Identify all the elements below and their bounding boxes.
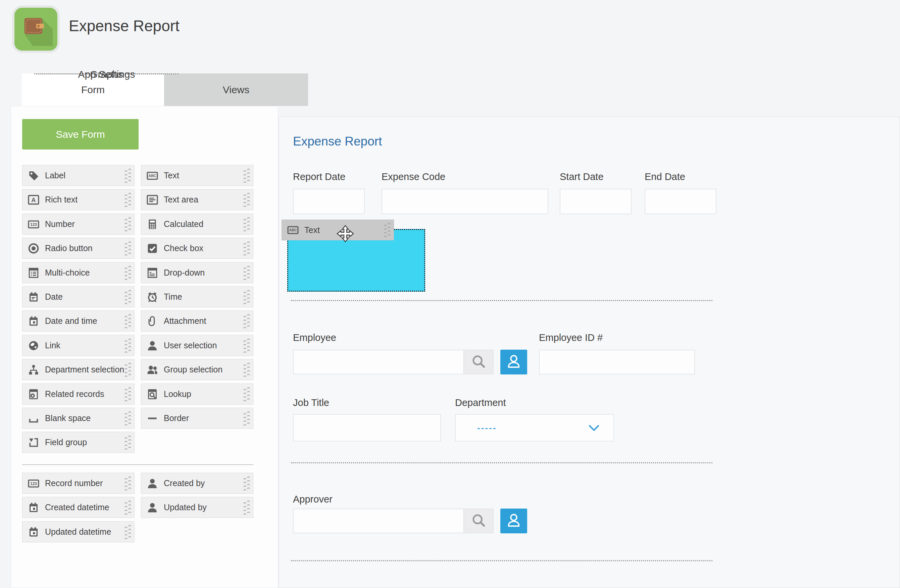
border-icon bbox=[146, 412, 159, 425]
palette-item-lookup[interactable]: Lookup bbox=[141, 384, 253, 405]
svg-text:123: 123 bbox=[30, 222, 37, 227]
palette-item-date-and-time[interactable]: Date and time bbox=[22, 310, 135, 331]
palette-item-field-group[interactable]: Field group bbox=[22, 432, 135, 453]
drag-handle[interactable] bbox=[124, 240, 132, 257]
palette-item-created-datetime[interactable]: Created datetime bbox=[22, 497, 135, 518]
drag-handle[interactable] bbox=[243, 499, 250, 516]
drag-handle[interactable] bbox=[243, 289, 250, 305]
palette-item-updated-datetime[interactable]: Updated datetime bbox=[22, 521, 135, 542]
palette-item-number[interactable]: 123Number bbox=[22, 214, 135, 235]
drag-handle[interactable] bbox=[243, 361, 250, 378]
row-separator bbox=[291, 560, 712, 561]
drag-handle[interactable] bbox=[124, 289, 132, 305]
drag-handle[interactable] bbox=[243, 410, 250, 427]
palette-item-rich-text[interactable]: ARich text bbox=[22, 189, 135, 210]
tab-views[interactable]: Views bbox=[164, 73, 308, 106]
palette-item-blank-space[interactable]: Blank space bbox=[22, 408, 135, 429]
tab-app-settings[interactable]: App Settings bbox=[34, 73, 178, 74]
drag-handle[interactable] bbox=[243, 475, 250, 492]
department-dropdown[interactable]: ----- bbox=[455, 414, 614, 441]
palette-item-drop-down[interactable]: Drop-down bbox=[141, 262, 253, 283]
drag-handle[interactable] bbox=[243, 192, 250, 208]
drag-handle[interactable] bbox=[124, 386, 132, 402]
page-title: Expense Report bbox=[69, 17, 180, 35]
palette-item-calculated[interactable]: Calculated bbox=[141, 214, 253, 235]
drag-handle[interactable] bbox=[124, 361, 132, 378]
drag-handle[interactable] bbox=[243, 240, 250, 257]
svg-text:ABC: ABC bbox=[149, 174, 157, 178]
drag-handle[interactable] bbox=[243, 167, 250, 184]
palette-item-user-selection[interactable]: User selection bbox=[141, 335, 253, 356]
row-separator bbox=[291, 300, 712, 301]
job-title-input[interactable] bbox=[293, 414, 441, 441]
drag-handle[interactable] bbox=[384, 221, 391, 238]
drag-handle[interactable] bbox=[124, 434, 132, 451]
tag-icon bbox=[27, 169, 40, 182]
dragged-chip-label: Text bbox=[304, 225, 320, 235]
palette-item-updated-by[interactable]: Updated by bbox=[141, 497, 253, 518]
link-icon bbox=[27, 339, 40, 352]
job-title-label: Job Title bbox=[293, 397, 329, 409]
drag-handle[interactable] bbox=[124, 265, 132, 281]
updateddatetime-icon bbox=[27, 526, 40, 538]
palette-item-related-records[interactable]: Related records bbox=[22, 384, 135, 405]
drag-handle[interactable] bbox=[243, 313, 250, 330]
report-date-input[interactable] bbox=[293, 189, 365, 214]
approver-user-select-button[interactable] bbox=[500, 509, 527, 533]
row-separator bbox=[291, 462, 712, 463]
drag-handle[interactable] bbox=[124, 192, 132, 208]
fieldgroup-icon bbox=[27, 436, 40, 449]
palette-item-created-by[interactable]: Created by bbox=[141, 473, 253, 494]
approver-search-button[interactable] bbox=[463, 509, 493, 533]
form-canvas: Expense Report Report Date Expense Code … bbox=[279, 117, 900, 588]
checkbox-icon bbox=[146, 242, 159, 255]
palette-item-record-number[interactable]: 123Record number bbox=[22, 473, 135, 494]
drag-handle[interactable] bbox=[124, 313, 132, 330]
employee-id-input[interactable] bbox=[539, 350, 695, 374]
related-records-icon bbox=[27, 388, 40, 401]
drag-handle[interactable] bbox=[124, 410, 132, 427]
drag-handle[interactable] bbox=[243, 265, 250, 281]
palette-item-group-selection[interactable]: Group selection bbox=[141, 359, 253, 380]
drag-handle[interactable] bbox=[124, 216, 132, 233]
drag-handle[interactable] bbox=[124, 524, 132, 540]
employee-input[interactable] bbox=[293, 350, 463, 374]
palette-item-label[interactable]: Label bbox=[22, 165, 135, 186]
person-icon bbox=[506, 512, 521, 529]
drag-handle[interactable] bbox=[124, 337, 132, 354]
attachment-icon bbox=[146, 315, 159, 328]
employee-search-button[interactable] bbox=[463, 350, 493, 374]
start-date-input[interactable] bbox=[560, 189, 632, 214]
employee-id-label: Employee ID # bbox=[539, 332, 603, 343]
palette-item-border[interactable]: Border bbox=[141, 408, 253, 429]
palette-item-multi-choice[interactable]: Multi-choice bbox=[22, 262, 135, 283]
drag-handle[interactable] bbox=[243, 337, 250, 354]
palette-item-radio-button[interactable]: Radio button bbox=[22, 238, 135, 259]
palette-item-text[interactable]: ABCText bbox=[141, 165, 253, 186]
palette-item-check-box[interactable]: Check box bbox=[141, 238, 253, 259]
palette-item-time[interactable]: Time bbox=[141, 286, 253, 307]
text-icon: ABC bbox=[146, 169, 159, 182]
expense-code-input[interactable] bbox=[382, 189, 548, 214]
employee-label: Employee bbox=[293, 332, 336, 343]
palette-item-department-selection[interactable]: Department selection bbox=[22, 359, 135, 380]
employee-user-select-button[interactable] bbox=[500, 350, 527, 374]
palette-item-text-area[interactable]: Text area bbox=[141, 189, 253, 210]
palette-item-date[interactable]: Date bbox=[22, 286, 135, 307]
palette-item-attachment[interactable]: Attachment bbox=[141, 310, 253, 331]
department-icon bbox=[27, 364, 40, 376]
drag-handle[interactable] bbox=[124, 167, 132, 184]
multichoice-icon bbox=[27, 266, 40, 279]
end-date-label: End Date bbox=[645, 171, 685, 183]
drag-handle[interactable] bbox=[124, 499, 132, 516]
drag-handle[interactable] bbox=[124, 475, 132, 492]
drag-handle[interactable] bbox=[243, 216, 250, 233]
field-palette-panel: Save Form LabelABCTextARich textText are… bbox=[11, 106, 278, 588]
calculated-icon bbox=[146, 218, 159, 231]
palette-item-link[interactable]: Link bbox=[22, 335, 135, 356]
approver-input[interactable] bbox=[293, 509, 463, 533]
end-date-input[interactable] bbox=[645, 189, 717, 214]
save-form-button[interactable]: Save Form bbox=[22, 119, 138, 150]
drag-handle[interactable] bbox=[243, 386, 250, 402]
lookup-icon bbox=[146, 388, 159, 401]
